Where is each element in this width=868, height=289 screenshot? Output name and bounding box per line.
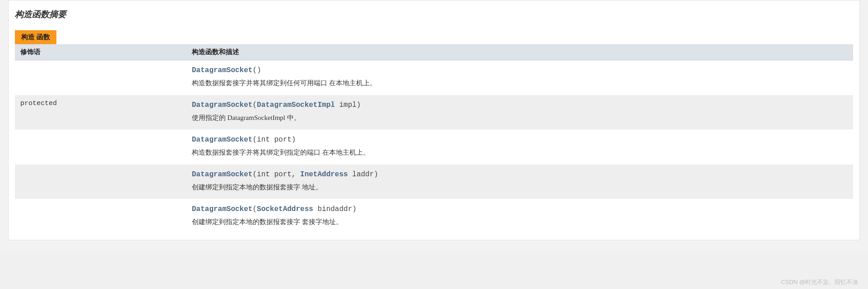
signature-cell: DatagramSocket(DatagramSocketImpl impl)使… (186, 95, 853, 130)
constructor-description: 使用指定的 DatagramSocketImpl 中。 (192, 112, 848, 123)
signature-cell: DatagramSocket(int port)构造数据报套接字并将其绑定到指定… (186, 130, 853, 165)
modifier-cell (15, 199, 186, 234)
constructor-signature: DatagramSocket(DatagramSocketImpl impl) (192, 100, 848, 110)
constructor-description: 构造数据报套接字并将其绑定到指定的端口 在本地主机上。 (192, 147, 848, 158)
col-header-desc: 构造函数和描述 (186, 44, 853, 60)
modifier-cell: protected (15, 95, 186, 130)
type-link[interactable]: InetAddress (300, 170, 348, 179)
section-title: 构造函数摘要 (15, 9, 859, 20)
col-header-modifier: 修饰语 (15, 44, 186, 60)
table-row: protected DatagramSocket(DatagramSocketI… (15, 95, 853, 130)
sig-text: (int port, (252, 170, 300, 179)
type-link[interactable]: SocketAddress (257, 205, 313, 213)
modifier-cell (15, 60, 186, 95)
signature-cell: DatagramSocket(SocketAddress bindaddr)创建… (186, 199, 853, 234)
table-row: DatagramSocket(int port)构造数据报套接字并将其绑定到指定… (15, 130, 853, 165)
constructor-signature: DatagramSocket(int port, InetAddress lad… (192, 169, 848, 180)
constructor-description: 创建绑定到指定本地的数据报套接字 套接字地址。 (192, 216, 848, 227)
sig-text: laddr) (348, 170, 378, 179)
type-link[interactable]: DatagramSocket (192, 205, 252, 213)
sig-text: impl) (335, 101, 361, 109)
table-row: DatagramSocket(int port, InetAddress lad… (15, 165, 853, 199)
constructor-table: 修饰语 构造函数和描述 DatagramSocket()构造数据报套接字并将其绑… (15, 44, 853, 234)
constructor-signature: DatagramSocket(SocketAddress bindaddr) (192, 204, 848, 215)
constructor-signature: DatagramSocket() (192, 65, 848, 76)
signature-cell: DatagramSocket(int port, InetAddress lad… (186, 165, 853, 199)
sig-text: (int port) (252, 136, 296, 144)
tab-constructors[interactable]: 构造 函数 (15, 30, 56, 44)
signature-cell: DatagramSocket()构造数据报套接字并将其绑定到任何可用端口 在本地… (186, 60, 853, 95)
sig-text: ( (252, 205, 257, 213)
constructor-summary-panel: 构造函数摘要 构造 函数 修饰语 构造函数和描述 DatagramSocket(… (8, 0, 860, 240)
constructor-signature: DatagramSocket(int port) (192, 134, 848, 145)
modifier-cell (15, 165, 186, 199)
sig-text: bindaddr) (313, 205, 357, 213)
constructor-description: 创建绑定到指定本地的数据报套接字 地址。 (192, 182, 848, 193)
constructor-description: 构造数据报套接字并将其绑定到任何可用端口 在本地主机上。 (192, 78, 848, 88)
type-link[interactable]: DatagramSocketImpl (257, 101, 335, 109)
sig-text: () (252, 66, 261, 74)
type-link[interactable]: DatagramSocket (192, 66, 252, 74)
table-row: DatagramSocket()构造数据报套接字并将其绑定到任何可用端口 在本地… (15, 60, 853, 95)
type-link[interactable]: DatagramSocket (192, 170, 252, 179)
type-link[interactable]: DatagramSocket (192, 136, 252, 144)
type-link[interactable]: DatagramSocket (192, 101, 252, 109)
modifier-cell (15, 130, 186, 165)
table-row: DatagramSocket(SocketAddress bindaddr)创建… (15, 199, 853, 234)
sig-text: ( (252, 101, 257, 109)
